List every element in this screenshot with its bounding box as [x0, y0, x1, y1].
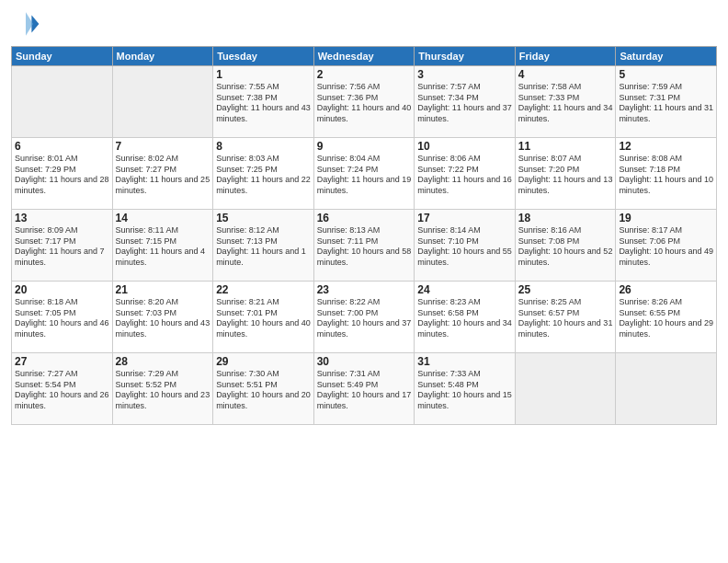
day-info: Sunrise: 8:18 AM Sunset: 7:05 PM Dayligh…: [15, 297, 109, 340]
calendar-week-1: 1Sunrise: 7:55 AM Sunset: 7:38 PM Daylig…: [12, 66, 717, 138]
day-number: 3: [417, 68, 512, 81]
day-number: 10: [417, 140, 512, 153]
calendar-cell: 22Sunrise: 8:21 AM Sunset: 7:01 PM Dayli…: [213, 282, 314, 353]
day-info: Sunrise: 7:31 AM Sunset: 5:49 PM Dayligh…: [317, 369, 412, 412]
day-info: Sunrise: 7:58 AM Sunset: 7:33 PM Dayligh…: [518, 82, 613, 125]
day-number: 13: [15, 212, 109, 224]
day-number: 28: [116, 355, 210, 368]
weekday-header-row: SundayMondayTuesdayWednesdayThursdayFrid…: [12, 47, 717, 66]
day-number: 23: [317, 283, 412, 296]
day-number: 5: [619, 68, 713, 81]
day-number: 15: [216, 212, 311, 224]
day-number: 12: [619, 140, 713, 153]
day-info: Sunrise: 7:57 AM Sunset: 7:34 PM Dayligh…: [417, 82, 512, 125]
day-number: 9: [317, 140, 412, 153]
day-info: Sunrise: 8:11 AM Sunset: 7:15 PM Dayligh…: [116, 225, 210, 269]
calendar-table: SundayMondayTuesdayWednesdayThursdayFrid…: [11, 46, 717, 425]
day-info: Sunrise: 7:59 AM Sunset: 7:31 PM Dayligh…: [619, 82, 713, 125]
day-number: 29: [216, 355, 311, 368]
weekday-header-friday: Friday: [515, 47, 616, 66]
day-number: 24: [417, 283, 512, 296]
calendar-cell: 9Sunrise: 8:04 AM Sunset: 7:24 PM Daylig…: [313, 138, 415, 210]
calendar-cell: 28Sunrise: 7:29 AM Sunset: 5:52 PM Dayli…: [112, 353, 213, 425]
day-info: Sunrise: 8:09 AM Sunset: 7:17 PM Dayligh…: [15, 225, 109, 269]
calendar-cell: 30Sunrise: 7:31 AM Sunset: 5:49 PM Dayli…: [313, 353, 415, 425]
day-info: Sunrise: 8:21 AM Sunset: 7:01 PM Dayligh…: [216, 297, 311, 340]
weekday-header-wednesday: Wednesday: [313, 47, 415, 66]
calendar-cell: 16Sunrise: 8:13 AM Sunset: 7:11 PM Dayli…: [313, 210, 415, 282]
calendar-cell: 15Sunrise: 8:12 AM Sunset: 7:13 PM Dayli…: [213, 210, 314, 282]
day-number: 30: [317, 355, 412, 368]
day-info: Sunrise: 7:27 AM Sunset: 5:54 PM Dayligh…: [15, 369, 109, 412]
day-number: 7: [116, 140, 210, 153]
day-info: Sunrise: 8:17 AM Sunset: 7:06 PM Dayligh…: [619, 225, 713, 269]
calendar-cell: 26Sunrise: 8:26 AM Sunset: 6:55 PM Dayli…: [616, 282, 717, 353]
day-info: Sunrise: 8:23 AM Sunset: 6:58 PM Dayligh…: [417, 297, 512, 340]
calendar-cell: 7Sunrise: 8:02 AM Sunset: 7:27 PM Daylig…: [112, 138, 213, 210]
calendar-cell: 21Sunrise: 8:20 AM Sunset: 7:03 PM Dayli…: [112, 282, 213, 353]
weekday-header-sunday: Sunday: [12, 47, 113, 66]
calendar-cell: [616, 353, 717, 425]
day-number: 16: [317, 212, 412, 224]
day-number: 19: [619, 212, 713, 224]
day-number: 14: [116, 212, 210, 224]
logo-icon: [11, 9, 40, 39]
day-number: 31: [417, 355, 512, 368]
calendar-cell: 2Sunrise: 7:56 AM Sunset: 7:36 PM Daylig…: [313, 66, 415, 138]
day-info: Sunrise: 8:25 AM Sunset: 6:57 PM Dayligh…: [518, 297, 613, 340]
calendar-cell: [12, 66, 113, 138]
logo: [11, 9, 44, 39]
day-info: Sunrise: 8:20 AM Sunset: 7:03 PM Dayligh…: [116, 297, 210, 340]
day-info: Sunrise: 8:02 AM Sunset: 7:27 PM Dayligh…: [116, 154, 210, 197]
calendar-cell: 10Sunrise: 8:06 AM Sunset: 7:22 PM Dayli…: [415, 138, 516, 210]
day-number: 22: [216, 283, 311, 296]
day-number: 2: [317, 68, 412, 81]
day-info: Sunrise: 8:07 AM Sunset: 7:20 PM Dayligh…: [518, 154, 613, 197]
weekday-header-tuesday: Tuesday: [213, 47, 314, 66]
calendar-cell: 13Sunrise: 8:09 AM Sunset: 7:17 PM Dayli…: [12, 210, 113, 282]
day-number: 1: [216, 68, 311, 81]
calendar-cell: 11Sunrise: 8:07 AM Sunset: 7:20 PM Dayli…: [515, 138, 616, 210]
day-number: 18: [518, 212, 613, 224]
day-info: Sunrise: 8:22 AM Sunset: 7:00 PM Dayligh…: [317, 297, 412, 340]
page-container: SundayMondayTuesdayWednesdayThursdayFrid…: [0, 0, 728, 434]
header: [11, 9, 717, 39]
calendar-cell: 24Sunrise: 8:23 AM Sunset: 6:58 PM Dayli…: [415, 282, 516, 353]
calendar-cell: 31Sunrise: 7:33 AM Sunset: 5:48 PM Dayli…: [415, 353, 516, 425]
calendar-week-2: 6Sunrise: 8:01 AM Sunset: 7:29 PM Daylig…: [12, 138, 717, 210]
day-info: Sunrise: 7:29 AM Sunset: 5:52 PM Dayligh…: [116, 369, 210, 412]
day-info: Sunrise: 8:08 AM Sunset: 7:18 PM Dayligh…: [619, 154, 713, 197]
day-number: 25: [518, 283, 613, 296]
weekday-header-monday: Monday: [112, 47, 213, 66]
weekday-header-saturday: Saturday: [616, 47, 717, 66]
day-number: 6: [15, 140, 109, 153]
day-info: Sunrise: 8:01 AM Sunset: 7:29 PM Dayligh…: [15, 154, 109, 197]
day-number: 11: [518, 140, 613, 153]
calendar-cell: 1Sunrise: 7:55 AM Sunset: 7:38 PM Daylig…: [213, 66, 314, 138]
day-info: Sunrise: 8:12 AM Sunset: 7:13 PM Dayligh…: [216, 225, 311, 269]
calendar-cell: [515, 353, 616, 425]
calendar-cell: 29Sunrise: 7:30 AM Sunset: 5:51 PM Dayli…: [213, 353, 314, 425]
calendar-cell: 18Sunrise: 8:16 AM Sunset: 7:08 PM Dayli…: [515, 210, 616, 282]
day-info: Sunrise: 8:13 AM Sunset: 7:11 PM Dayligh…: [317, 225, 412, 269]
calendar-week-5: 27Sunrise: 7:27 AM Sunset: 5:54 PM Dayli…: [12, 353, 717, 425]
calendar-cell: 8Sunrise: 8:03 AM Sunset: 7:25 PM Daylig…: [213, 138, 314, 210]
calendar-cell: 5Sunrise: 7:59 AM Sunset: 7:31 PM Daylig…: [616, 66, 717, 138]
calendar-cell: 4Sunrise: 7:58 AM Sunset: 7:33 PM Daylig…: [515, 66, 616, 138]
calendar-cell: 14Sunrise: 8:11 AM Sunset: 7:15 PM Dayli…: [112, 210, 213, 282]
day-info: Sunrise: 7:33 AM Sunset: 5:48 PM Dayligh…: [417, 369, 512, 412]
calendar-cell: 23Sunrise: 8:22 AM Sunset: 7:00 PM Dayli…: [313, 282, 415, 353]
calendar-cell: 27Sunrise: 7:27 AM Sunset: 5:54 PM Dayli…: [12, 353, 113, 425]
day-info: Sunrise: 7:30 AM Sunset: 5:51 PM Dayligh…: [216, 369, 311, 412]
calendar-week-3: 13Sunrise: 8:09 AM Sunset: 7:17 PM Dayli…: [12, 210, 717, 282]
calendar-cell: 17Sunrise: 8:14 AM Sunset: 7:10 PM Dayli…: [415, 210, 516, 282]
calendar-cell: 20Sunrise: 8:18 AM Sunset: 7:05 PM Dayli…: [12, 282, 113, 353]
calendar-cell: 6Sunrise: 8:01 AM Sunset: 7:29 PM Daylig…: [12, 138, 113, 210]
day-number: 26: [619, 283, 713, 296]
day-info: Sunrise: 8:16 AM Sunset: 7:08 PM Dayligh…: [518, 225, 613, 269]
day-number: 17: [417, 212, 512, 224]
day-number: 21: [116, 283, 210, 296]
weekday-header-thursday: Thursday: [415, 47, 516, 66]
calendar-cell: 12Sunrise: 8:08 AM Sunset: 7:18 PM Dayli…: [616, 138, 717, 210]
day-number: 4: [518, 68, 613, 81]
